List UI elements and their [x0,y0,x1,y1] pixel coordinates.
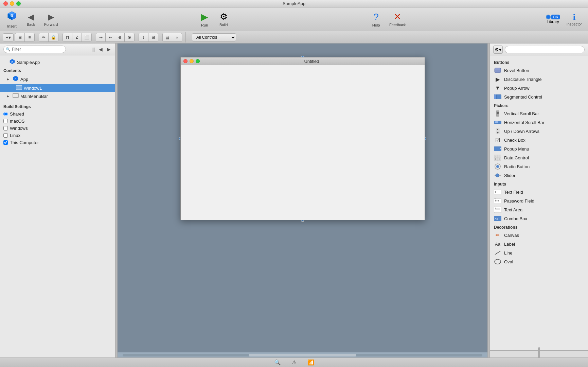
grid-view-button[interactable]: ⊞ [15,33,25,41]
scrollbar-track[interactable] [123,354,482,356]
mainmenubar-tree-item[interactable]: ▶ MainMenuBar [0,92,115,100]
status-signal-button[interactable]: 📶 [305,359,316,366]
text-area-icon: T [494,207,501,213]
combo-box-item[interactable]: AB Combo Box [490,214,588,223]
add-element-button[interactable]: +▾ [3,33,14,41]
linux-build-target[interactable]: Linux [0,132,115,139]
distribute-button[interactable]: ⊟ [148,33,158,41]
oval-item[interactable]: Oval [490,257,588,266]
layout-button[interactable]: ▤ [163,33,172,41]
status-search-button[interactable]: 🔍 [272,359,283,366]
sim-maximize-dot[interactable] [196,59,200,63]
this-computer-build-target[interactable]: This Computer [0,139,115,146]
canvas-area[interactable]: Untitled [118,43,487,357]
linux-checkbox[interactable] [3,133,8,138]
scrollbar-thumb[interactable] [249,354,357,356]
text-field-item[interactable]: T Text Field [490,188,588,196]
slider-item[interactable]: Slider [490,171,588,180]
minimize-button[interactable] [10,1,14,6]
popup-arrow-item[interactable]: ▼ Popup Arrow [490,84,588,92]
controls-dropdown[interactable]: All Controls Buttons Pickers Inputs Deco… [192,33,236,41]
shadow-button[interactable]: ⬜ [82,33,91,41]
horizontal-scrollbar-item[interactable]: Horizontal Scroll Bar [490,118,588,127]
combo-box-label: Combo Box [504,216,527,221]
popup-menu-icon [494,146,501,152]
svg-point-49 [498,200,499,202]
link-button[interactable]: ⊕ [115,33,125,41]
decorations-section-header: Decorations [490,223,588,231]
label-item[interactable]: Aa Label [490,240,588,248]
more-button[interactable]: » [172,33,182,41]
feedback-icon: ✕ [394,12,401,22]
status-warning-button[interactable]: ⚠ [290,359,299,366]
window1-tree-item[interactable]: Window1 [0,84,115,92]
canvas-horizontal-scrollbar[interactable] [118,352,487,357]
library-button[interactable]: OK Library [544,13,562,25]
sim-content-area[interactable] [181,65,425,220]
gear-button[interactable]: ⚙▾ [493,46,503,54]
windows-checkbox[interactable] [3,126,8,130]
connect-button[interactable]: ⇢ [96,33,106,41]
project-item[interactable]: A SampleApp [0,57,115,67]
sidebar-forward-button[interactable]: ▶ [106,46,112,52]
maximize-button[interactable] [16,1,21,6]
pencil-tool-button[interactable]: ✏ [39,33,49,41]
vertical-scrollbar-item[interactable]: Vertical Scroll Bar [490,109,588,118]
bevel-button-item[interactable]: Bevel Button [490,66,588,75]
disconnect-button[interactable]: ⇠ [106,33,115,41]
radio-button-item[interactable]: Radio Button [490,162,588,171]
size-button[interactable]: ↕ [139,33,148,41]
app-tree-item[interactable]: ▶ A App [0,74,115,84]
lock-button[interactable]: 🔒 [49,33,58,41]
library-search-input[interactable] [505,46,585,53]
back-button[interactable]: ◀ Back [22,11,39,28]
feedback-button[interactable]: ✕ Feedback [387,10,408,28]
text-area-item[interactable]: T Text Area [490,205,588,214]
sidebar-options-icon[interactable]: ||| [91,46,95,52]
insert-button[interactable]: + Insert [3,9,20,30]
right-panel-scrollbar-thumb[interactable] [538,347,540,357]
sidebar-back-button[interactable]: ◀ [97,46,104,52]
macos-build-target[interactable]: macOS [0,118,115,125]
popup-menu-item[interactable]: Popup Menu [490,144,588,153]
shared-build-target[interactable]: Shared [0,110,115,118]
popup-arrow-icon: ▼ [494,85,501,91]
password-field-item[interactable]: T Password Field [490,196,588,205]
run-button[interactable]: ▶ Run [196,10,213,29]
data-control-item[interactable]: 1 2 3 4 Data Control [490,153,588,162]
close-button[interactable] [3,1,8,6]
line-label: Line [504,250,513,256]
library-label: Library [547,19,559,24]
list-view-button[interactable]: ≡ [25,33,34,41]
data-control-label: Data Control [504,155,529,160]
disclosure-triangle-item[interactable]: ▶ Disclosure Triangle [490,75,588,84]
window-title: SampleApp [283,1,305,6]
plus-icon: +▾ [5,35,11,40]
this-computer-checkbox[interactable] [3,140,8,145]
shared-radio[interactable] [3,112,8,116]
forward-button[interactable]: ▶ Forward [41,11,60,28]
help-button[interactable]: ? Help [368,10,385,29]
up-down-arrows-item[interactable]: Up / Down Arrows [490,127,588,136]
line-item[interactable]: Line [490,248,588,257]
svg-point-59 [495,259,501,264]
windows-build-target[interactable]: Windows [0,125,115,132]
slider-label: Slider [504,173,515,178]
sim-close-dot[interactable] [183,59,188,63]
canvas-item[interactable]: ✏ Canvas [490,231,588,240]
inspector-button[interactable]: ℹ Inspector [564,11,585,28]
check-box-item[interactable]: ☑ Check Box [490,136,588,144]
build-button[interactable]: ⚙ Build [215,10,232,28]
left-sidebar: 🔍 ||| ◀ ▶ A SampleApp Contents [0,43,115,357]
anchor-button[interactable]: ⊗ [125,33,134,41]
macos-checkbox[interactable] [3,119,8,123]
filter-input[interactable] [3,46,66,53]
sim-minimize-dot[interactable] [190,59,194,63]
svg-point-48 [497,200,498,202]
this-computer-label: This Computer [10,140,39,145]
right-panel: ⚙▾ Buttons Bevel Button ▶ Disclosure Tri… [489,43,588,357]
z-order-button[interactable]: Z [72,33,82,41]
segmented-control-item[interactable]: Segmented Control [490,92,588,101]
align-button[interactable]: ⊓ [63,33,72,41]
sidebar-content: A SampleApp Contents ▶ A App [0,55,115,357]
